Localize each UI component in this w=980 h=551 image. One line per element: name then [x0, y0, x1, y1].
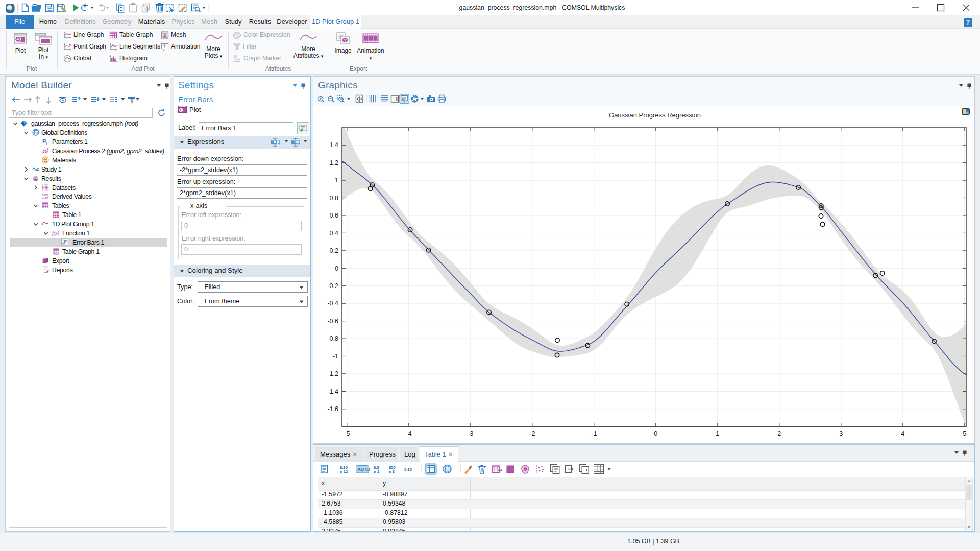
svg-text:1.2: 1.2	[330, 159, 338, 166]
svg-text:e-12: e-12	[340, 469, 348, 474]
svg-text:-4: -4	[406, 430, 411, 437]
svg-text:e-1: e-1	[374, 469, 380, 474]
svg-text:0.6: 0.6	[330, 212, 338, 219]
svg-text:1: 1	[716, 430, 719, 437]
svg-text:4: 4	[901, 430, 904, 437]
svg-text:-1.4: -1.4	[327, 388, 338, 395]
svg-text:-1.6: -1.6	[327, 405, 338, 413]
svg-text:Gaussian Progress Regression: Gaussian Progress Regression	[609, 111, 701, 119]
svg-text:3: 3	[839, 430, 843, 437]
svg-text:1.4: 1.4	[330, 141, 338, 149]
svg-text:0.85: 0.85	[404, 467, 412, 472]
svg-text:-1: -1	[333, 353, 338, 360]
svg-text:-5: -5	[344, 430, 350, 437]
svg-text:-2: -2	[529, 430, 535, 437]
svg-text:f(x): f(x)	[52, 230, 59, 236]
svg-text:e-12: e-12	[42, 196, 48, 200]
svg-text:0.4: 0.4	[330, 230, 338, 237]
svg-text:-0.6: -0.6	[327, 318, 338, 325]
svg-text:0: 0	[654, 430, 657, 437]
svg-text:0.2: 0.2	[330, 247, 338, 254]
svg-text:-3: -3	[468, 430, 473, 437]
svg-text:AUTO: AUTO	[358, 467, 371, 472]
svg-text:-0.8: -0.8	[327, 335, 338, 342]
svg-text:0.8: 0.8	[330, 195, 338, 202]
svg-text:e-3: e-3	[389, 469, 395, 474]
svg-text:i: i	[46, 140, 48, 145]
svg-text:2: 2	[777, 430, 781, 437]
svg-text:-0.2: -0.2	[327, 282, 338, 290]
svg-text:1: 1	[335, 177, 338, 184]
svg-text:-0.4: -0.4	[327, 300, 338, 307]
svg-text:0: 0	[335, 265, 338, 272]
svg-text:5: 5	[963, 430, 966, 437]
svg-text:-1: -1	[591, 430, 597, 437]
svg-text:-1.2: -1.2	[327, 370, 338, 377]
